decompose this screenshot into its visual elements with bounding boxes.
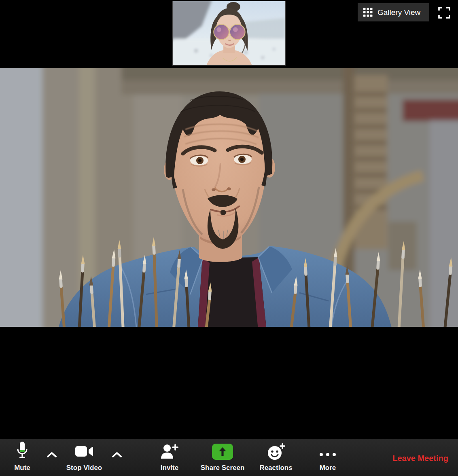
zoom-meeting-window: Gallery View [0, 0, 458, 476]
gallery-view-label: Gallery View [377, 8, 420, 17]
top-bar: Gallery View [0, 0, 458, 68]
mute-button[interactable]: Mute [4, 439, 40, 476]
self-view-illustration [173, 1, 285, 65]
reactions-label: Reactions [259, 464, 292, 472]
fullscreen-button[interactable] [438, 7, 450, 19]
fullscreen-icon [438, 7, 450, 19]
chevron-up-icon [112, 451, 122, 458]
more-button[interactable]: More [310, 439, 346, 476]
more-label: More [320, 464, 336, 472]
meeting-toolbar: Mute Stop Video [0, 439, 458, 476]
chevron-up-icon [47, 451, 57, 458]
grid-icon [363, 8, 373, 17]
microphone-icon [16, 441, 28, 461]
mute-options-chevron-button[interactable] [47, 451, 57, 459]
video-camera-icon [75, 445, 93, 459]
mute-label: Mute [14, 464, 30, 472]
stop-video-label: Stop Video [66, 464, 102, 472]
smiley-plus-icon [266, 443, 286, 462]
invite-label: Invite [161, 464, 178, 472]
video-options-chevron-button[interactable] [112, 451, 122, 459]
invite-button[interactable]: Invite [149, 439, 190, 476]
self-view-video [172, 1, 286, 66]
share-screen-label: Share Screen [201, 464, 245, 472]
share-screen-button[interactable]: Share Screen [196, 439, 249, 476]
gallery-view-button[interactable]: Gallery View [358, 3, 429, 21]
person-add-icon [160, 444, 179, 461]
stop-video-button[interactable]: Stop Video [62, 439, 106, 476]
share-screen-arrow-icon [212, 444, 233, 460]
leave-meeting-button[interactable]: Leave Meeting [390, 453, 451, 463]
main-participant-video [0, 68, 458, 327]
reactions-button[interactable]: Reactions [254, 439, 298, 476]
participant-video-illustration [0, 68, 458, 327]
ellipsis-icon [320, 451, 336, 458]
